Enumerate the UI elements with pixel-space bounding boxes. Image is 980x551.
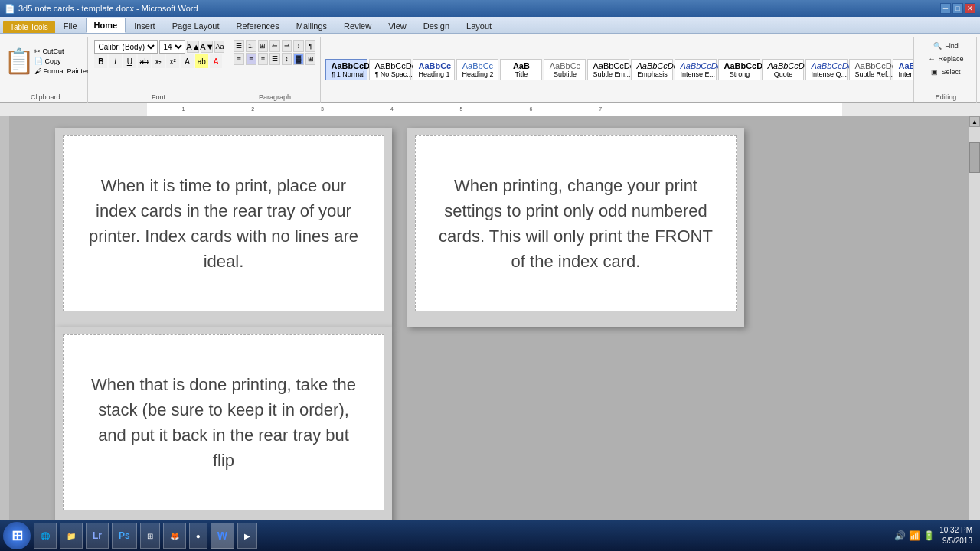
show-formatting-button[interactable]: ¶ (305, 40, 316, 52)
card-2-inner[interactable]: When printing, change your print setting… (415, 135, 737, 311)
taskbar-chrome[interactable]: ● (189, 523, 207, 549)
clipboard-buttons: 📋 ✂ CutCut 📄 Copy 🖌 Format Painter (8, 40, 83, 83)
editing-group: 🔍Find ↔Replace ▣Select Editing (916, 37, 977, 103)
bullets-button[interactable]: ☰ (234, 40, 244, 52)
tray-icon-2: 📶 (909, 530, 920, 541)
card-3-container: When that is done printing, take the sta… (55, 327, 392, 526)
taskbar-ps[interactable]: Ps (112, 523, 137, 549)
align-row: ≡ ≡ ≡ ☰ ↕ ▓ ⊞ (234, 53, 315, 65)
align-center-button[interactable]: ≡ (246, 53, 256, 65)
underline-button[interactable]: U (123, 54, 136, 68)
align-left-button[interactable]: ≡ (234, 53, 244, 65)
tray-icon-3: 🔋 (923, 530, 935, 541)
scroll-up-button[interactable]: ▲ (969, 116, 980, 127)
card-3-inner[interactable]: When that is done printing, take the sta… (63, 334, 384, 510)
taskbar-files[interactable]: 📁 (60, 523, 83, 549)
taskbar-windows[interactable]: ⊞ (140, 523, 160, 549)
numbering-button[interactable]: 1. (246, 40, 256, 52)
style-intense-quote[interactable]: AaBbCcDc Intense Q... (805, 59, 848, 80)
left-sidebar (0, 116, 9, 536)
style-quote[interactable]: AaBbCcDc Quote (762, 59, 804, 80)
start-button[interactable]: ⊞ (3, 522, 31, 549)
shading-button[interactable]: ▓ (293, 53, 304, 65)
font-name-select[interactable]: Calibri (Body) (94, 40, 158, 54)
style-emphasis[interactable]: AaBbCcDc Emphasis (631, 59, 673, 80)
right-scrollbar[interactable]: ▲ ▼ (969, 116, 980, 536)
decrease-indent-button[interactable]: ⇐ (270, 40, 280, 52)
line-spacing-button[interactable]: ↕ (282, 53, 292, 65)
tab-references[interactable]: References (227, 18, 287, 33)
table-tools-label: Table Tools (3, 21, 55, 33)
taskbar: ⊞ 🌐 📁 Lr Ps ⊞ 🦊 ● W ▶ 🔊 📶 🔋 10:32 PM 9/5… (0, 520, 980, 551)
style-title[interactable]: AaB Title (500, 59, 542, 80)
clock-date: 9/5/2013 (939, 536, 972, 546)
shrink-font-button[interactable]: A▼ (201, 41, 213, 53)
tab-insert[interactable]: Insert (126, 18, 164, 33)
bold-button[interactable]: B (94, 54, 107, 68)
italic-button[interactable]: I (109, 54, 122, 68)
sort-button[interactable]: ↕ (293, 40, 304, 52)
taskbar-word[interactable]: W (211, 523, 234, 549)
style-subtle-ref[interactable]: AaBbCcDc Subtle Ref... (849, 59, 891, 80)
clipboard-label: Clipboard (8, 93, 83, 101)
tab-page-layout[interactable]: Page Layout (164, 18, 228, 33)
tab-home[interactable]: Home (86, 18, 126, 33)
style-intense-em[interactable]: AaBbCcDc Intense E... (675, 59, 717, 80)
style-subtle-em[interactable]: AaBbCcDc Subtle Em... (587, 59, 629, 80)
increase-indent-button[interactable]: ⇒ (282, 40, 292, 52)
styles-group: AaBbCcDc ¶ 1 Normal AaBbCcDc ¶ No Spac..… (322, 37, 914, 102)
card-1-inner[interactable]: When it is time to print, place our inde… (63, 135, 384, 311)
title-bar: 📄 3d5 note cards - template.docx - Micro… (0, 0, 980, 17)
grow-font-button[interactable]: A▲ (187, 41, 199, 53)
strikethrough-button[interactable]: ab (138, 54, 151, 68)
cut-button[interactable]: ✂ CutCut (32, 47, 91, 56)
superscript-button[interactable]: x² (166, 54, 179, 68)
clear-format-button[interactable]: Aa (214, 41, 224, 53)
app-icon: 📄 (5, 4, 15, 14)
tray-icon-1: 🔊 (894, 530, 906, 541)
tab-file[interactable]: File (55, 18, 86, 33)
scroll-thumb[interactable] (969, 142, 980, 173)
highlight-button[interactable]: ab (195, 54, 208, 68)
font-color-button[interactable]: A (210, 54, 223, 68)
style-intense-ref[interactable]: AaBbCcDc Intense R... (893, 59, 914, 80)
card-1-text: When it is time to print, place our inde… (87, 173, 361, 274)
align-right-button[interactable]: ≡ (258, 53, 269, 65)
tab-layout[interactable]: Layout (458, 18, 500, 33)
text-effect-button[interactable]: A (181, 54, 194, 68)
system-tray: 🔊 📶 🔋 (894, 530, 935, 541)
style-heading2[interactable]: AaBbCc Heading 2 (456, 59, 498, 80)
document-area[interactable]: When it is time to print, place our inde… (9, 116, 969, 536)
font-name-row: Calibri (Body) 10 11 12 14 18 24 A▲ A▼ A… (94, 40, 222, 54)
replace-button[interactable]: ↔Replace (920, 53, 972, 65)
format-painter-button[interactable]: 🖌 Format Painter (32, 67, 91, 76)
tab-review[interactable]: Review (335, 18, 380, 33)
restore-button[interactable]: □ (952, 3, 963, 14)
tab-mailings[interactable]: Mailings (288, 18, 335, 33)
system-clock: 10:32 PM 9/5/2013 (939, 525, 972, 546)
multilevel-list-button[interactable]: ⊞ (258, 40, 269, 52)
borders-button[interactable]: ⊞ (305, 53, 316, 65)
copy-button[interactable]: 📄 Copy (32, 57, 91, 66)
minimize-button[interactable]: ─ (940, 3, 951, 14)
style-subtitle[interactable]: AaBbCc Subtitle (544, 59, 586, 80)
title-bar-controls[interactable]: ─ □ ✕ (940, 3, 975, 14)
justify-button[interactable]: ☰ (270, 53, 280, 65)
find-button[interactable]: 🔍Find (920, 40, 972, 52)
taskbar-ie[interactable]: 🌐 (34, 523, 57, 549)
close-button[interactable]: ✕ (965, 3, 975, 14)
font-size-select[interactable]: 10 11 12 14 18 24 (159, 40, 185, 54)
paste-button[interactable]: 📋 (8, 40, 31, 83)
style-strong[interactable]: AaBbCcDc Strong (718, 59, 760, 80)
taskbar-vlc[interactable]: ▶ (237, 523, 257, 549)
select-button[interactable]: ▣Select (920, 66, 972, 78)
font-format-row: B I U ab x₂ x² A ab A (94, 54, 222, 68)
style-heading1[interactable]: AaBbCc Heading 1 (413, 59, 455, 80)
tab-design[interactable]: Design (415, 18, 458, 33)
taskbar-firefox[interactable]: 🦊 (163, 523, 186, 549)
style-no-spacing[interactable]: AaBbCcDc ¶ No Spac... (369, 59, 411, 80)
style-normal[interactable]: AaBbCcDc ¶ 1 Normal (325, 59, 368, 80)
tab-view[interactable]: View (380, 18, 415, 33)
subscript-button[interactable]: x₂ (152, 54, 165, 68)
taskbar-lr[interactable]: Lr (86, 523, 109, 549)
